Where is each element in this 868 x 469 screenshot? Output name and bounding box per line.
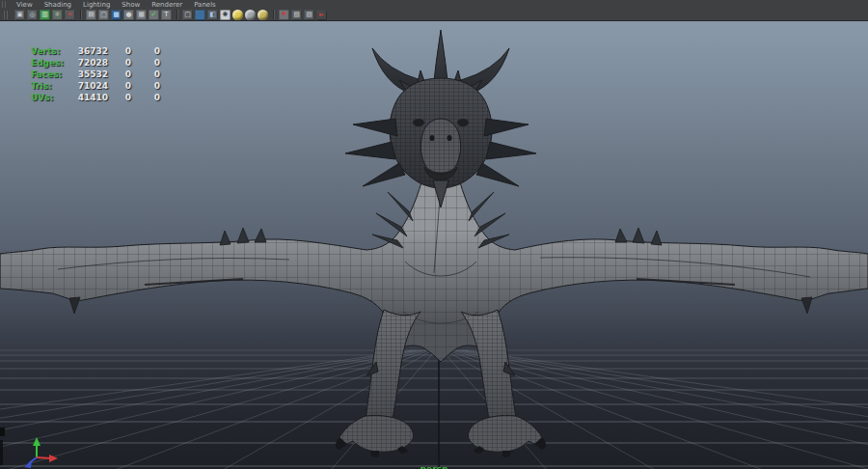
camera-bookmarks-icon[interactable] [40, 10, 50, 20]
panel-toolbar [0, 9, 868, 21]
hud-value: 0 [131, 92, 160, 103]
axis-label-z: z [19, 458, 22, 465]
edge-mark [0, 428, 5, 436]
hud-value: 0 [108, 92, 131, 103]
hud-label: Verts: [31, 45, 71, 57]
gate-mask-icon[interactable] [111, 10, 122, 20]
hud-value: 71024 [71, 80, 108, 92]
toolbar-grip-icon[interactable] [4, 11, 8, 19]
film-gate-icon[interactable] [86, 10, 96, 20]
textured-display-icon[interactable] [207, 10, 218, 20]
hud-label: UVs: [31, 92, 71, 103]
hud-row-uvs: UVs: 41410 0 0 [31, 92, 160, 103]
xray-display-icon[interactable] [291, 10, 302, 20]
hud-row-tris: Tris: 71024 0 0 [31, 80, 160, 92]
menu-show[interactable]: Show [122, 1, 140, 9]
camera-name-label: persp [420, 464, 448, 469]
wireframe-display-icon[interactable] [182, 10, 193, 20]
hud-row-faces: Faces: 35532 0 0 [31, 69, 160, 80]
hud-value: 0 [108, 80, 131, 92]
select-camera-icon[interactable] [14, 10, 25, 20]
plugin-shelf-tool-icon[interactable] [316, 10, 327, 20]
nostril [448, 135, 452, 141]
menu-grip-icon[interactable] [2, 1, 8, 8]
ground-grid [0, 350, 868, 469]
menu-renderer[interactable]: Renderer [151, 1, 182, 9]
hud-value: 41410 [71, 92, 108, 103]
menu-panels[interactable]: Panels [194, 1, 216, 9]
edge-mark [0, 440, 3, 465]
hud-value: 35532 [71, 69, 108, 80]
hud-label: Edges: [31, 57, 71, 69]
nostril [430, 135, 435, 141]
hud-value: 36732 [71, 45, 108, 57]
hud-value: 0 [108, 57, 131, 69]
hud-row-verts: Verts: 36732 0 0 [31, 45, 160, 57]
hud-value: 0 [131, 57, 160, 69]
hud-toggle-icon[interactable] [161, 10, 172, 20]
hud-label: Tris: [31, 80, 71, 92]
backface-culling-icon[interactable] [304, 10, 314, 20]
eye-left [413, 119, 424, 126]
axis-label-y: y [40, 434, 43, 442]
lights-all-icon[interactable] [232, 10, 243, 20]
hud-value: 0 [131, 80, 160, 92]
hud-row-edges: Edges: 72028 0 0 [31, 57, 160, 69]
menu-shading[interactable]: Shading [44, 1, 71, 9]
axis-gizmo: y x z [19, 434, 58, 468]
menu-view[interactable]: View [16, 1, 33, 9]
toolbar-separator [273, 10, 274, 19]
maya-viewport-window: ViewShadingLightingShowRendererPanels [0, 0, 868, 469]
smooth-shade-all-icon[interactable] [195, 10, 205, 20]
hud-value: 0 [108, 45, 131, 57]
lights-selected-icon[interactable] [258, 10, 268, 20]
image-plane-icon[interactable] [52, 10, 63, 20]
two-d-pan-zoom-icon[interactable] [65, 10, 75, 20]
axis-label-x: x [54, 448, 58, 455]
lights-flat-icon[interactable] [245, 10, 256, 20]
camera-attributes-icon[interactable] [27, 10, 38, 20]
use-default-material-icon[interactable] [220, 10, 231, 20]
toolbar-separator [176, 10, 177, 19]
toolbar-separator [80, 10, 81, 19]
isolate-select-icon[interactable] [279, 10, 289, 20]
hud-label: Faces: [31, 69, 71, 80]
panel-menu-bar: ViewShadingLightingShowRendererPanels [0, 0, 868, 9]
dragon-head [345, 30, 536, 207]
hud-value: 0 [131, 69, 160, 80]
hud-value: 0 [131, 45, 160, 57]
viewport-3d[interactable]: y x z Verts: 36732 0 0 Edges: 72028 0 0 … [0, 21, 868, 469]
hud-value: 72028 [71, 57, 108, 69]
hud-value: 0 [108, 69, 131, 80]
eye-right [457, 119, 469, 126]
safe-action-icon[interactable] [136, 10, 147, 20]
safe-title-icon[interactable] [149, 10, 159, 20]
field-chart-icon[interactable] [123, 10, 134, 20]
resolution-gate-icon[interactable] [98, 10, 109, 20]
menu-lighting[interactable]: Lighting [83, 1, 110, 9]
heads-up-display: Verts: 36732 0 0 Edges: 72028 0 0 Faces:… [31, 45, 160, 103]
